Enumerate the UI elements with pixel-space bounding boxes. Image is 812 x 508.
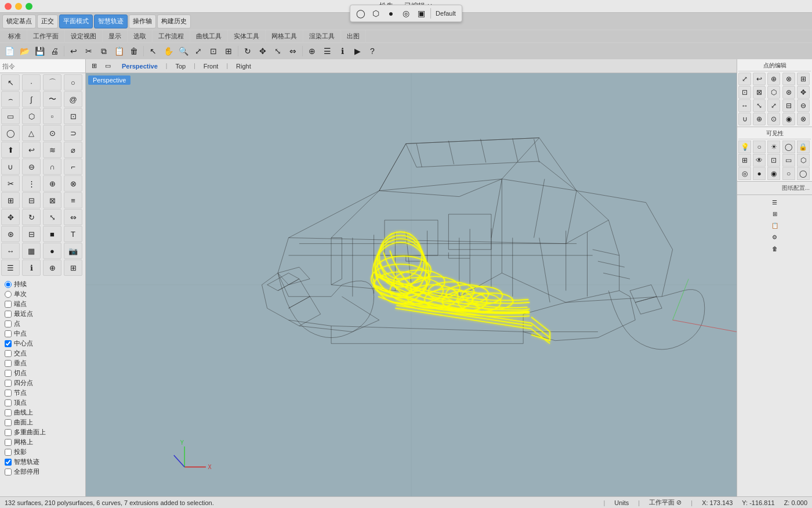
polygon-tool[interactable]: ⬡ [22,108,41,124]
vp-tab-right[interactable]: Right [230,62,257,71]
vis-icon-11[interactable]: ◎ [738,167,751,180]
snap-smart-track[interactable]: 智慧轨迹 [5,457,81,467]
vis-icon-5[interactable]: 🔒 [797,140,810,153]
tab-render-tools[interactable]: 渲染工具 [303,30,341,43]
open-icon[interactable]: 📂 [17,44,31,58]
vis-icon-1[interactable]: 💡 [738,140,751,153]
operation-axis-btn[interactable]: 操作轴 [129,15,156,28]
tab-mesh-tools[interactable]: 网格工具 [266,30,303,43]
circle-tool[interactable]: ○ [64,74,82,91]
rotate-icon[interactable]: ↻ [241,44,255,58]
rs-icon-1[interactable]: ☰ [770,197,780,207]
rs-icon-5[interactable]: 🗑 [770,244,780,253]
snap-point[interactable]: 点 [5,319,81,329]
freeform-tool[interactable]: 〜 [43,91,61,107]
shading-rendered-icon[interactable]: ● [384,6,398,20]
copy-icon[interactable]: ⧉ [97,44,111,58]
units-label[interactable]: Units [614,499,629,506]
normal-btn[interactable]: 正交 [37,15,58,28]
zoom-all-icon[interactable]: ⊞ [222,44,235,58]
delete-icon[interactable]: 🗑 [127,44,141,58]
snap-on-polysurface[interactable]: 多重曲面上 [5,427,81,437]
se-icon-5[interactable]: ⊞ [797,73,810,85]
snap-on-mesh[interactable]: 网格上 [5,437,81,447]
tab-output[interactable]: 出图 [341,30,366,43]
tab-display[interactable]: 显示 [103,30,128,43]
boolean-union-tool[interactable]: ∪ [1,158,20,175]
project-tool[interactable]: ⊟ [22,192,41,208]
se-icon-1[interactable]: ⤢ [738,73,751,85]
vis-icon-2[interactable]: ○ [753,140,766,153]
lock-points-btn[interactable]: 锁定基点 [2,15,36,28]
paste-icon[interactable]: 📋 [112,44,126,58]
split-tool[interactable]: ⋮ [22,175,41,192]
snap-nearest[interactable]: 最近点 [5,309,81,319]
shading-wire-icon[interactable]: ⬡ [369,6,383,20]
snap-continuous[interactable]: 持续 [5,279,81,289]
array-tool[interactable]: ⊛ [1,226,20,242]
tab-workflow[interactable]: 工作流程 [153,30,190,43]
snap-project[interactable]: 投影 [5,447,81,457]
se-icon-17[interactable]: ⊕ [753,113,766,125]
vis-icon-8[interactable]: ⊡ [767,154,780,167]
dim-tool[interactable]: ↔ [1,243,20,259]
snap-icon[interactable]: ⊕ [305,44,319,58]
properties-icon[interactable]: ℹ [335,44,349,58]
snap-once[interactable]: 单次 [5,289,81,299]
se-icon-18[interactable]: ⊙ [767,113,780,125]
arc-tool[interactable]: ⌢ [1,91,20,107]
layer2-tool[interactable]: ☰ [1,260,20,276]
tab-select[interactable]: 选取 [128,30,153,43]
rotate2-tool[interactable]: ↻ [22,209,41,225]
build-history-btn[interactable]: 构建历史 [157,15,191,28]
snap-disable-all[interactable]: 全部停用 [5,467,81,477]
contour-tool[interactable]: ≡ [64,192,82,208]
tab-standard[interactable]: 标准 [2,30,27,43]
sweep-tool[interactable]: ⌀ [64,142,82,158]
scale-icon[interactable]: ⤡ [271,44,285,58]
prop-tool[interactable]: ℹ [22,260,41,276]
rs-icon-4[interactable]: ⚙ [770,232,780,242]
zoom-win-icon[interactable]: ⊡ [206,44,220,58]
smart-track-btn[interactable]: 智慧轨迹 [94,15,128,28]
layer-icon[interactable]: ☰ [320,44,334,58]
snap-tangent[interactable]: 切点 [5,368,81,378]
vis-icon-12[interactable]: ● [753,167,766,180]
grid2-tool[interactable]: ⊞ [64,260,82,276]
snap-vertex[interactable]: 顶点 [5,398,81,408]
close-button[interactable] [5,3,12,10]
vp-tab-perspective[interactable]: Perspective [116,62,164,71]
vis-icon-9[interactable]: ▭ [782,154,795,167]
snap-midpoint[interactable]: 中点 [5,329,81,338]
boolean-diff-tool[interactable]: ⊖ [22,158,41,175]
select-tool[interactable]: ↖ [1,74,20,91]
tab-solid-tools[interactable]: 实体工具 [228,30,266,43]
command-input[interactable] [0,59,85,73]
rect-tool[interactable]: ▭ [1,108,20,124]
snap-on-curve[interactable]: 曲线上 [5,408,81,417]
layout-config-btn[interactable]: 图纸配置... [737,182,812,195]
planar-mode-btn[interactable]: 平面模式 [59,15,93,28]
vp-tab-top[interactable]: Top [169,62,191,71]
snap-quadrant[interactable]: 四分点 [5,378,81,388]
print-icon[interactable]: 🖨 [48,44,61,58]
render-icon[interactable]: ▶ [350,44,364,58]
se-icon-11[interactable]: ↔ [738,99,751,112]
vis-icon-14[interactable]: ○ [782,167,795,180]
vis-icon-13[interactable]: ◉ [767,167,780,180]
fillet-tool[interactable]: ⌐ [64,158,82,175]
se-icon-8[interactable]: ⬡ [767,86,780,99]
pan-icon[interactable]: ✋ [161,44,175,58]
shading-x-ray-icon[interactable]: ◎ [399,6,413,20]
new-icon[interactable]: 📄 [2,44,16,58]
shading-sphere-icon[interactable]: ◯ [354,6,368,20]
join-tool[interactable]: ⊕ [43,175,61,192]
snap-center[interactable]: 中心点 [5,338,81,348]
vis-icon-4[interactable]: ◯ [782,140,795,153]
explode-tool[interactable]: ⊗ [64,175,82,192]
point-tool[interactable]: · [22,74,41,91]
se-icon-10[interactable]: ✥ [797,86,810,99]
se-icon-2[interactable]: ↩ [753,73,766,85]
hatch-tool[interactable]: ▦ [22,243,41,259]
curve-tool[interactable]: ∫ [22,91,41,107]
